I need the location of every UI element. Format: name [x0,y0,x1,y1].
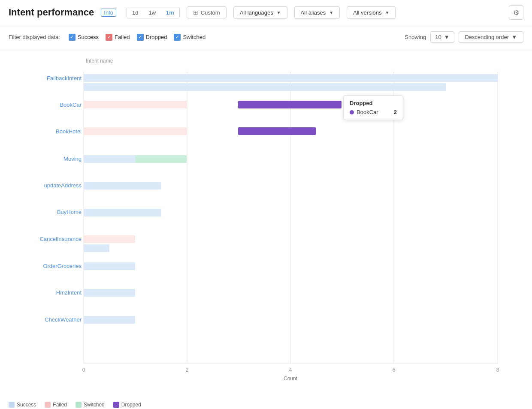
header: Intent performance Info 1d 1w 1m ⊞ Custo… [0,0,532,25]
label-buyhome[interactable]: BuyHome [57,209,82,215]
time-selector: 1d 1w 1m [127,7,180,18]
info-badge[interactable]: Info [101,9,116,17]
page-wrapper: Intent performance Info 1d 1w 1m ⊞ Custo… [0,0,532,409]
bar-moving-switched[interactable] [135,155,187,163]
x-axis-title: Count [284,376,298,382]
label-cancelinsurance[interactable]: CancelInsurance [39,236,82,242]
label-bookhotel[interactable]: BookHotel [56,128,82,135]
time-btn-1m[interactable]: 1m [161,7,179,18]
x-tick-8: 8 [496,367,499,373]
chart-container: Intent name [9,58,523,408]
label-bookcar[interactable]: BookCar [60,102,82,108]
filter-label: Filter displayed data: [9,34,60,40]
bar-fallback-success2[interactable] [84,83,446,91]
checkbox-success[interactable] [69,34,76,41]
legend-switched: Switched [76,402,105,408]
order-dropdown[interactable]: Descending order ▼ [459,31,524,43]
checkbox-failed[interactable] [106,34,112,41]
filter-dropped-label: Dropped [146,34,167,40]
chart-area: Intent name [0,49,532,409]
aliases-arrow: ▼ [329,10,333,15]
order-arrow: ▼ [511,34,517,40]
bar-hmzintent-success[interactable] [84,289,135,297]
filter-failed-label: Failed [115,34,130,40]
legend-dropped-dot [113,402,119,408]
languages-dropdown[interactable]: All languages ▼ [233,6,287,19]
filter-switched-label: Switched [183,34,206,40]
legend-success-dot [9,402,15,408]
filter-switched[interactable]: Switched [174,34,206,41]
legend-switched-dot [76,402,82,408]
page-title: Intent performance [9,7,94,18]
bar-ordergroceries-success[interactable] [84,262,135,270]
custom-date-button[interactable]: ⊞ Custom [187,6,227,18]
filter-success[interactable]: Success [69,34,99,41]
legend-success-label: Success [17,402,36,408]
legend-failed-label: Failed [53,402,67,408]
tooltip-row: BookCar 2 [350,109,397,115]
label-moving[interactable]: Moving [63,156,82,162]
time-btn-1w[interactable]: 1w [143,7,161,18]
bar-cancelinsurance-failed[interactable] [84,235,135,243]
versions-label: All versions [353,9,381,16]
legend-dropped-label: Dropped [121,402,141,408]
grid-icon: ⊞ [193,9,198,16]
legend-failed-dot [45,402,51,408]
label-ordergroceries[interactable]: OrderGroceries [43,263,82,269]
legend-success: Success [9,402,36,408]
filter-dropped[interactable]: Dropped [137,34,167,41]
legend-dropped: Dropped [113,402,141,408]
showing-dropdown[interactable]: 10 ▼ [430,31,454,43]
bar-bookhotel-failed[interactable] [84,127,187,135]
bar-fallback-success[interactable] [84,74,498,82]
languages-arrow: ▼ [277,10,281,15]
x-tick-6: 6 [393,367,396,373]
custom-label: Custom [201,9,220,16]
bar-buyhome-success[interactable] [84,209,161,217]
filter-items: Success Failed Dropped Switched [69,34,206,41]
aliases-label: All aliases [301,9,326,16]
versions-arrow: ▼ [385,10,390,15]
bar-bookcar-failed[interactable] [84,101,187,108]
settings-button[interactable]: ⚙ [509,5,523,20]
label-updateaddress[interactable]: updateAddress [44,182,82,189]
showing-value: 10 [435,34,441,40]
label-hmzintent[interactable]: HmzIntent [56,289,82,296]
tooltip: Dropped BookCar 2 [343,95,403,120]
tooltip-intent: BookCar [357,109,378,115]
versions-dropdown[interactable]: All versions ▼ [347,6,396,19]
filter-bar: Filter displayed data: Success Failed Dr… [0,25,532,49]
showing-label: Showing [405,34,426,40]
x-tick-2: 2 [186,367,189,373]
checkbox-switched[interactable] [174,34,181,41]
legend-failed: Failed [45,402,67,408]
bar-bookcar-dropped[interactable] [238,101,342,108]
bar-cancelinsurance-success[interactable] [84,244,109,252]
filter-failed[interactable]: Failed [106,34,130,41]
tooltip-title: Dropped [350,100,397,106]
bar-updateaddress-success[interactable] [84,182,161,189]
gear-icon: ⚙ [513,9,519,17]
order-label: Descending order [465,34,509,40]
x-tick-0: 0 [82,367,85,373]
bar-bookhotel-dropped[interactable] [238,127,316,135]
tooltip-value: 2 [394,109,397,115]
x-tick-4: 4 [289,367,292,373]
chart-col-label: Intent name [9,58,523,64]
legend-switched-label: Switched [84,402,105,408]
filter-success-label: Success [78,34,99,40]
time-btn-1d[interactable]: 1d [127,7,143,18]
svg-chart-wrap: FallbackIntent BookCar BookHotel Moving … [9,67,523,408]
legend: Success Failed Switched Dropped [9,397,523,408]
showing-section: Showing 10 ▼ Descending order ▼ [405,31,523,43]
checkbox-dropped[interactable] [137,34,144,41]
tooltip-dot [350,110,354,114]
label-fallbackintent[interactable]: FallbackIntent [47,75,82,81]
bar-checkweather-success[interactable] [84,316,135,324]
chart-svg: FallbackIntent BookCar BookHotel Moving … [9,67,506,393]
label-checkweather[interactable]: CheckWeather [45,316,82,323]
aliases-dropdown[interactable]: All aliases ▼ [294,6,340,19]
showing-arrow: ▼ [444,34,450,40]
languages-label: All languages [240,9,273,16]
